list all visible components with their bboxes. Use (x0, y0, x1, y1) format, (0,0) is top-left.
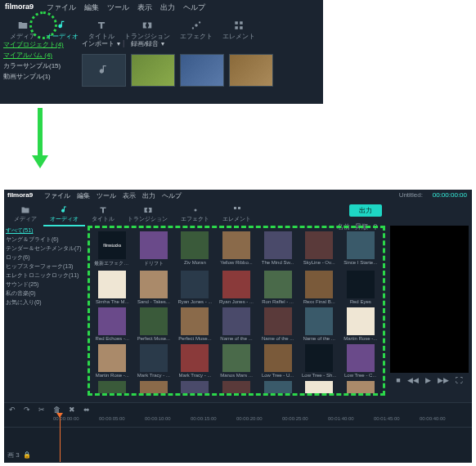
lock-icon[interactable]: 🔒 (23, 451, 31, 459)
tab-transition[interactable]: トランジション (121, 204, 174, 226)
album-art (140, 381, 168, 396)
audio-item[interactable]: Living Pulse ... (176, 381, 214, 396)
menu-tools[interactable]: ツール (97, 191, 116, 200)
menu-tools[interactable]: ツール (107, 2, 129, 13)
category-item[interactable]: 私の音楽(0) (6, 289, 84, 298)
menu-edit[interactable]: 編集 (84, 2, 99, 13)
undo-button[interactable]: ↶ (9, 406, 16, 414)
audio-item-label: Mark Tracy - ... (178, 373, 211, 378)
audio-item[interactable]: Ryan Jones - ... (218, 271, 256, 304)
menu-edit[interactable]: 編集 (77, 191, 90, 200)
music-note-icon (56, 20, 68, 31)
thumb-image-2[interactable] (180, 54, 224, 87)
side-item-video[interactable]: 動画サンプル(1) (3, 71, 72, 82)
tab-element[interactable]: エレメント (218, 17, 260, 43)
audio-item[interactable]: Red Eyes (341, 271, 379, 304)
import-dropdown[interactable]: インポート (82, 39, 120, 48)
menu-file[interactable]: ファイル (47, 2, 76, 13)
audio-item[interactable]: Rexx Final B... (300, 271, 339, 304)
audio-item[interactable]: Ryan Jones - ... (176, 271, 214, 304)
audio-item[interactable]: The Mind Sw... (258, 231, 297, 267)
thumb-image-1[interactable] (131, 54, 175, 87)
play-button[interactable]: ▶ (425, 376, 431, 384)
close-button[interactable]: ✖ (69, 406, 75, 414)
audio-item[interactable]: Perfect Muse... (135, 307, 173, 341)
tab-effect[interactable]: エフェクト (174, 204, 216, 226)
stop-button[interactable]: ■ (396, 376, 400, 384)
record-dropdown[interactable]: 録画/録音 (131, 39, 164, 48)
menu-help[interactable]: ヘルプ (183, 2, 205, 13)
menu-help[interactable]: ヘルプ (162, 191, 182, 200)
category-item[interactable]: ヤング＆ブライト(6) (6, 235, 84, 244)
audio-item[interactable]: Since I Starte... (341, 231, 379, 267)
tab-media[interactable]: メディア (7, 204, 43, 226)
audio-item[interactable]: SkyLine - Ov... (300, 231, 339, 267)
audio-item[interactable]: Name of the ... (258, 307, 297, 341)
audio-item[interactable]: Lord Taylor -... (93, 381, 132, 396)
thumb-audio[interactable] (82, 54, 126, 87)
category-item[interactable]: ロック(6) (6, 253, 84, 262)
audio-item[interactable]: Name of the ... (300, 307, 339, 341)
category-all[interactable]: すべて(51) (6, 226, 84, 235)
audio-item[interactable]: Perfect Muse... (176, 307, 214, 341)
album-art (222, 381, 250, 396)
audio-item-label: Low Tree - Sh... (302, 373, 336, 378)
audio-item[interactable]: Low Tree - C... (341, 344, 379, 378)
step-back-button[interactable]: ◀◀ (407, 376, 419, 384)
audio-item[interactable]: ドリフト (135, 231, 173, 267)
audio-item[interactable]: Martin Rose -... (93, 344, 132, 378)
timeline-ruler[interactable]: 00:00:00:0000:00:05:0000:00:10:0000:00:1… (4, 416, 472, 428)
side-item-color[interactable]: カラーサンプル(15) (3, 60, 72, 71)
audio-item[interactable]: Name of the ... (218, 307, 256, 341)
audio-item[interactable]: Little Maps - ... (341, 381, 379, 396)
category-item[interactable]: エレクトロニックロック(11) (6, 271, 84, 280)
tab-effect[interactable]: エフェクト (175, 17, 218, 43)
audio-item[interactable]: Yellow Ribbo... (218, 231, 256, 267)
step-fwd-button[interactable]: ▶▶ (438, 376, 449, 384)
redo-button[interactable]: ↷ (24, 406, 30, 414)
music-note-icon (97, 64, 110, 77)
ruler-tick: 00:00:15:00 (191, 416, 217, 421)
audio-item[interactable]: Red Echoes -... (93, 307, 132, 341)
album-art (264, 344, 292, 372)
thumb-image-3[interactable] (229, 54, 273, 87)
menu-view[interactable]: 表示 (123, 191, 136, 200)
audio-item[interactable]: Ron Raffel - ... (258, 271, 297, 304)
audio-item-label: 最新エフェクトはこ (94, 260, 130, 267)
menu-output[interactable]: 出力 (142, 191, 155, 200)
category-item[interactable]: サウンド(25) (6, 280, 84, 289)
category-item[interactable]: お気に入り(0) (6, 298, 84, 307)
audio-item[interactable]: Low Tree - Sh... (300, 344, 339, 378)
export-button[interactable]: 出力 (349, 204, 382, 217)
audio-grid-highlight: filmstocks最新エフェクトはこドリフトZiv MoranYellow R… (88, 226, 385, 396)
category-item[interactable]: テンダー＆センチメンタル(7) (6, 244, 84, 253)
cut-button[interactable]: ✂ (38, 406, 45, 414)
audio-item[interactable]: Living Pulse ... (218, 381, 256, 396)
audio-item[interactable]: Ziv Moran (176, 231, 214, 267)
audio-item[interactable]: filmstocks最新エフェクトはこ (93, 231, 132, 267)
menu-view[interactable]: 表示 (137, 2, 152, 13)
audio-item[interactable]: Mark Tracy - ... (135, 344, 173, 378)
tab-title[interactable]: タイトル (85, 204, 121, 226)
audio-item[interactable]: Mark Tracy - ... (176, 344, 214, 378)
menu-output[interactable]: 出力 (160, 2, 175, 13)
audio-item[interactable]: Sand - Takes... (135, 271, 173, 304)
tab-audio[interactable]: オーディオ (43, 204, 85, 226)
fullscreen-button[interactable]: ⛶ (456, 376, 463, 384)
menu-file[interactable]: ファイル (44, 191, 70, 200)
playhead[interactable] (60, 416, 61, 462)
audio-item[interactable]: Living Pulse ... (135, 381, 173, 396)
fit-button[interactable]: ⬌ (83, 406, 90, 414)
audio-item[interactable]: Low Tree - U... (258, 344, 297, 378)
side-item-myproject[interactable]: マイプロジェクト(4) (3, 39, 72, 50)
audio-item[interactable]: Simha The M... (93, 271, 132, 304)
audio-item[interactable]: Martin Rose -... (341, 307, 379, 341)
audio-item[interactable]: Little Maps - ... (300, 381, 339, 396)
album-art (305, 344, 333, 372)
album-art (98, 344, 126, 372)
audio-item[interactable]: Little Maps - ... (258, 381, 297, 396)
category-item[interactable]: ヒップスターフォーク(13) (6, 262, 84, 271)
audio-item[interactable]: Manos Mars ... (218, 344, 256, 378)
tab-element[interactable]: エレメント (216, 204, 258, 226)
side-item-myalbum[interactable]: マイアルバム (4) (3, 50, 72, 60)
